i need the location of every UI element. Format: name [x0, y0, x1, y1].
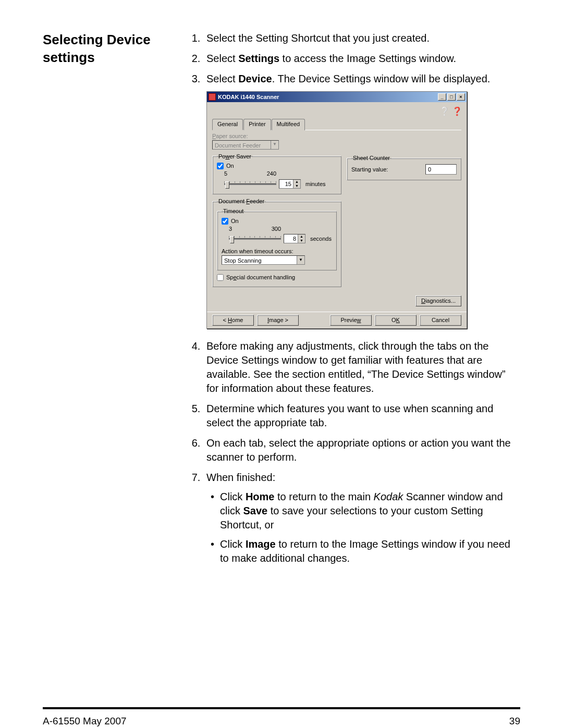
label: On [226, 162, 234, 170]
titlebar: KODAK i1440 Scanner _ □ × [207, 92, 467, 102]
sheet-counter-legend: Sheet Counter [351, 154, 391, 162]
timeout-value[interactable] [284, 235, 298, 243]
bold-home: Home [246, 491, 275, 502]
bold-device: Device [238, 73, 272, 84]
step-4: Before making any adjustments, click thr… [203, 339, 520, 396]
t: Click [220, 538, 246, 550]
text: Select [206, 53, 238, 64]
image-button[interactable]: Image > [257, 315, 299, 326]
help-icon[interactable]: ❓ [452, 106, 461, 115]
slider-thumb[interactable] [225, 181, 229, 189]
starting-value-input[interactable]: 0 [425, 164, 457, 175]
text: . The Device Settings window will be dis… [272, 73, 491, 84]
chevron-down-icon[interactable]: ▼ [297, 256, 304, 264]
step-6: On each tab, select the appropriate opti… [203, 436, 520, 464]
checkbox[interactable] [217, 163, 224, 169]
action-combo[interactable]: Stop Scanning ▼ [222, 255, 305, 265]
bullet-2: Click Image to return to the Image Setti… [220, 537, 520, 565]
sheet-counter-group: Sheet Counter Starting value: 0 [347, 154, 461, 181]
minimize-button[interactable]: _ [438, 93, 446, 101]
ok-button[interactable]: OK [375, 315, 417, 326]
power-saver-group: Power Saver On 5 240 [212, 153, 341, 195]
special-doc-checkbox[interactable]: Special document handling [217, 274, 337, 281]
tab-general[interactable]: General [212, 119, 243, 130]
text: When finished: [206, 472, 275, 483]
bold-settings: Settings [238, 53, 279, 64]
paper-source-label: Paper source: [212, 132, 341, 140]
timeout-legend: Timeout [222, 207, 245, 215]
device-settings-dialog: KODAK i1440 Scanner _ □ × ❔ ❓ [206, 91, 467, 329]
checkbox[interactable] [217, 274, 224, 281]
t: Click [220, 491, 246, 502]
page-rule [43, 707, 520, 709]
text: Select [206, 73, 238, 84]
page-footer: A-61550 May 2007 39 [43, 714, 520, 728]
timeout-group: Timeout On 3 300 [217, 207, 337, 270]
doc-feeder-legend: Document Feeder [217, 198, 266, 205]
home-button[interactable]: < Home [212, 315, 254, 326]
starting-value-label: Starting value: [351, 166, 388, 174]
label: Special document handling [226, 274, 295, 281]
tab-strip: General Printer Multifeed [212, 118, 461, 130]
italic-kodak: Kodak [374, 491, 403, 502]
chevron-down-icon: ▼ [271, 141, 278, 149]
spin-up[interactable]: ▲ [293, 180, 300, 184]
step-3: Select Device. The Device Settings windo… [203, 72, 520, 329]
app-icon [209, 93, 216, 101]
slider-max: 300 [272, 225, 281, 233]
step-1: Select the Setting Shortcut that you jus… [203, 31, 520, 45]
diagnostics-button[interactable]: Diagnostics... [415, 295, 461, 306]
slider-min: 5 [224, 170, 227, 178]
unit-label: seconds [310, 235, 332, 243]
slider-min: 3 [229, 225, 232, 233]
slider-thumb[interactable] [230, 236, 234, 243]
t: to return to the main [274, 491, 373, 502]
bullet-1: Click Home to return to the main Kodak S… [220, 490, 520, 532]
step-list: Select the Setting Shortcut that you jus… [188, 31, 520, 565]
paper-source-value: Document Feeder [213, 141, 271, 149]
action-label: Action when timeout occurs: [222, 248, 332, 255]
close-button[interactable]: × [457, 93, 465, 101]
tab-printer[interactable]: Printer [243, 119, 271, 130]
timeout-slider[interactable] [229, 238, 281, 240]
action-value: Stop Scanning [222, 256, 297, 264]
power-saver-value[interactable] [279, 180, 293, 188]
checkbox[interactable] [222, 218, 228, 225]
text: to access the Image Settings window. [279, 53, 456, 64]
unit-label: minutes [305, 180, 326, 188]
spin-down[interactable]: ▼ [293, 184, 300, 188]
cancel-button[interactable]: Cancel [420, 315, 461, 326]
step-7: When finished: Click Home to return to t… [203, 471, 520, 565]
window-title: KODAK i1440 Scanner [218, 93, 279, 101]
label: On [231, 217, 239, 225]
timeout-on-checkbox[interactable]: On [222, 217, 332, 225]
step-5: Determine which features you want to use… [203, 402, 520, 430]
paper-source-combo: Document Feeder ▼ [212, 140, 279, 150]
power-saver-slider[interactable] [224, 183, 276, 185]
dialog-screenshot: KODAK i1440 Scanner _ □ × ❔ ❓ [206, 91, 520, 329]
step-2: Select Settings to access the Image Sett… [203, 52, 520, 66]
bold-image: Image [246, 538, 276, 550]
footer-right: 39 [509, 714, 520, 728]
footer-left: A-61550 May 2007 [43, 714, 127, 728]
document-feeder-group: Document Feeder Timeout On [212, 198, 341, 287]
info-icon[interactable]: ❔ [439, 106, 449, 115]
bold-save: Save [243, 505, 267, 516]
tab-multifeed[interactable]: Multifeed [272, 119, 305, 130]
slider-max: 240 [267, 170, 276, 178]
spin-down[interactable]: ▼ [298, 239, 305, 243]
power-saver-on-checkbox[interactable]: On [217, 162, 337, 170]
spin-up[interactable]: ▲ [298, 235, 305, 239]
section-heading: Selecting Device settings [43, 31, 163, 67]
timeout-spinbox[interactable]: ▲▼ [284, 234, 305, 243]
button-bar: < Home Image > Preview OK Cancel [207, 312, 467, 328]
power-saver-spinbox[interactable]: ▲▼ [279, 179, 301, 189]
preview-button[interactable]: Preview [330, 315, 372, 326]
power-saver-legend: Power Saver [217, 153, 253, 161]
maximize-button[interactable]: □ [447, 93, 456, 101]
